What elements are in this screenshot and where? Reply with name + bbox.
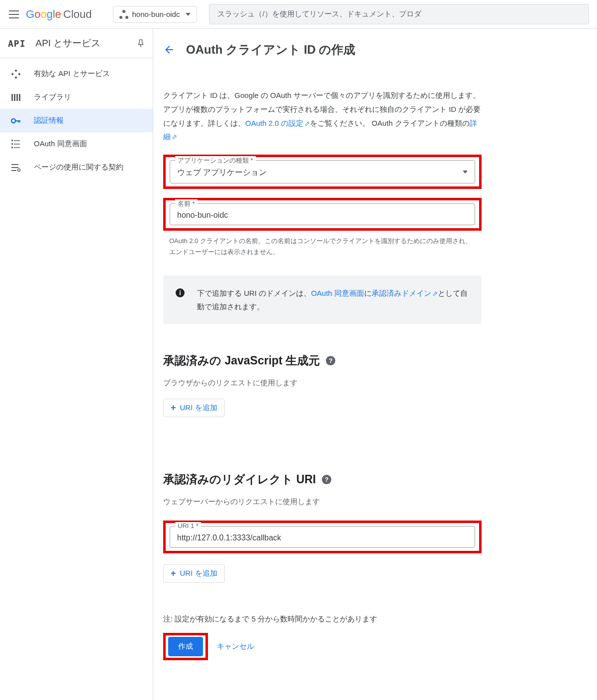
sidebar-item-label: 認証情報 bbox=[34, 116, 64, 125]
external-link-icon: ⬀ bbox=[304, 118, 310, 130]
diamond-icon bbox=[11, 70, 21, 79]
svg-rect-5 bbox=[14, 94, 15, 101]
note-text: 注: 設定が有効になるまで 5 分から数時間かかることがあります bbox=[163, 614, 482, 624]
plus-icon: + bbox=[171, 403, 176, 413]
svg-rect-13 bbox=[11, 143, 13, 145]
plus-icon: + bbox=[171, 568, 176, 579]
svg-rect-12 bbox=[14, 140, 20, 141]
chevron-down-icon bbox=[463, 171, 468, 174]
sidebar-item-enabled-apis[interactable]: 有効な API とサービス bbox=[0, 62, 153, 86]
svg-rect-17 bbox=[11, 164, 18, 165]
description: クライアント ID は、Google の OAuth サーバーで個々のアプリを識… bbox=[163, 88, 482, 144]
sidebar-item-library[interactable]: ライブラリ bbox=[0, 86, 153, 109]
actions: 作成 キャンセル bbox=[163, 633, 482, 660]
search-input[interactable]: スラッシュ（/）を使用してリソース、ドキュメント、プロダ bbox=[209, 4, 589, 24]
menu-icon[interactable] bbox=[8, 8, 20, 20]
app-type-label: アプリケーションの種類 * bbox=[175, 156, 256, 165]
settings-list-icon bbox=[11, 163, 21, 172]
chevron-down-icon bbox=[186, 13, 191, 16]
create-button[interactable]: 作成 bbox=[168, 637, 203, 656]
content: クライアント ID は、Google の OAuth サーバーで個々のアプリを識… bbox=[153, 88, 492, 660]
project-selector[interactable]: hono-bun-oidc bbox=[113, 6, 198, 23]
svg-point-20 bbox=[18, 169, 20, 171]
uri1-label: URI 1 * bbox=[175, 522, 201, 529]
authorized-domain-link[interactable]: 承認済みドメイン⬀ bbox=[372, 289, 438, 297]
pin-icon[interactable] bbox=[137, 39, 145, 48]
project-name-label: hono-bun-oidc bbox=[132, 10, 180, 18]
svg-rect-2 bbox=[18, 73, 20, 76]
sidebar: API API とサービス 有効な API とサービス ライブラリ 認証情報 O… bbox=[0, 29, 153, 700]
svg-rect-4 bbox=[11, 94, 13, 101]
external-link-icon: ⬀ bbox=[172, 131, 177, 143]
add-js-uri-button[interactable]: + URI を追加 bbox=[163, 399, 225, 417]
logo-cloud-text: Cloud bbox=[63, 8, 92, 21]
desc-text-2: をご覧ください。 OAuth クライアントの種類の bbox=[310, 119, 470, 127]
name-input[interactable] bbox=[177, 211, 468, 220]
add-redirect-uri-button[interactable]: + URI を追加 bbox=[163, 564, 225, 583]
svg-rect-3 bbox=[14, 76, 17, 79]
svg-rect-21 bbox=[18, 169, 20, 169]
svg-rect-0 bbox=[14, 70, 17, 72]
add-uri-label: URI を追加 bbox=[180, 569, 217, 578]
main: OAuth クライアント ID の作成 クライアント ID は、Google の… bbox=[153, 29, 597, 700]
oauth-consent-link[interactable]: OAuth 同意画面 bbox=[311, 289, 364, 297]
highlight-name: 名前 * bbox=[163, 198, 482, 231]
project-icon bbox=[119, 10, 128, 19]
consent-icon bbox=[11, 140, 21, 149]
info-box: 下で追加する URI のドメインは、OAuth 同意画面に承認済みドメイン⬀とし… bbox=[163, 275, 482, 324]
js-origins-sub: ブラウザからのリクエストに使用します bbox=[163, 378, 482, 388]
sidebar-nav: 有効な API とサービス ライブラリ 認証情報 OAuth 同意画面 ページの… bbox=[0, 58, 153, 179]
help-icon[interactable]: ? bbox=[322, 475, 331, 484]
sidebar-title: API とサービス bbox=[36, 37, 127, 50]
add-uri-label: URI を追加 bbox=[180, 403, 217, 413]
svg-rect-1 bbox=[11, 73, 14, 76]
sidebar-item-label: ページの使用に関する契約 bbox=[34, 163, 123, 172]
svg-rect-15 bbox=[11, 147, 13, 148]
sidebar-item-label: 有効な API とサービス bbox=[34, 69, 110, 79]
redirect-uri-sub: ウェブサーバーからのリクエストに使用します bbox=[163, 497, 482, 507]
uri1-field[interactable]: URI 1 * bbox=[170, 526, 475, 548]
svg-rect-6 bbox=[16, 94, 18, 101]
highlight-create: 作成 bbox=[163, 633, 208, 660]
back-arrow-icon[interactable] bbox=[163, 44, 175, 56]
sidebar-item-oauth-consent[interactable]: OAuth 同意画面 bbox=[0, 132, 153, 156]
help-icon[interactable]: ? bbox=[326, 356, 335, 365]
sidebar-item-label: OAuth 同意画面 bbox=[34, 139, 87, 149]
logo[interactable]: Google Cloud bbox=[26, 8, 92, 21]
svg-rect-23 bbox=[180, 292, 181, 295]
app-type-value: ウェブ アプリケーション bbox=[177, 168, 468, 178]
key-icon bbox=[11, 118, 21, 124]
svg-point-24 bbox=[180, 290, 181, 291]
info-text: 下で追加する URI のドメインは、OAuth 同意画面に承認済みドメイン⬀とし… bbox=[197, 286, 470, 313]
external-link-icon: ⬀ bbox=[432, 288, 438, 299]
highlight-app-type: アプリケーションの種類 * ウェブ アプリケーション bbox=[163, 155, 482, 189]
svg-rect-19 bbox=[11, 170, 16, 171]
name-label: 名前 * bbox=[175, 199, 198, 208]
highlight-uri1: URI 1 * bbox=[163, 521, 482, 553]
sidebar-item-page-usage[interactable]: ページの使用に関する契約 bbox=[0, 156, 153, 179]
name-field[interactable]: 名前 * bbox=[170, 203, 475, 225]
cancel-button[interactable]: キャンセル bbox=[217, 642, 254, 651]
js-origins-title: 承認済みの JavaScript 生成元 ? bbox=[163, 353, 482, 368]
page-header: OAuth クライアント ID の作成 bbox=[153, 39, 597, 67]
redirect-uri-title: 承認済みのリダイレクト URI ? bbox=[163, 472, 482, 487]
library-icon bbox=[11, 93, 21, 102]
topbar: Google Cloud hono-bun-oidc スラッシュ（/）を使用して… bbox=[0, 0, 597, 29]
api-logo: API bbox=[8, 38, 26, 49]
svg-rect-14 bbox=[14, 144, 20, 145]
svg-point-8 bbox=[11, 119, 15, 123]
svg-rect-18 bbox=[11, 167, 18, 168]
svg-rect-11 bbox=[11, 140, 13, 141]
sidebar-item-label: ライブラリ bbox=[34, 92, 71, 102]
svg-rect-16 bbox=[14, 147, 20, 148]
svg-rect-7 bbox=[19, 94, 20, 101]
uri1-input[interactable] bbox=[177, 533, 468, 542]
svg-rect-10 bbox=[18, 120, 20, 123]
oauth-settings-link[interactable]: OAuth 2.0 の設定⬀ bbox=[245, 119, 310, 127]
sidebar-header: API API とサービス bbox=[0, 29, 153, 58]
sidebar-item-credentials[interactable]: 認証情報 bbox=[0, 109, 153, 132]
info-icon bbox=[175, 288, 185, 298]
name-helper: OAuth 2.0 クライアントの名前。この名前はコンソールでクライアントを識別… bbox=[163, 236, 482, 258]
page-title: OAuth クライアント ID の作成 bbox=[186, 42, 355, 58]
app-type-select[interactable]: アプリケーションの種類 * ウェブ アプリケーション bbox=[170, 160, 475, 183]
